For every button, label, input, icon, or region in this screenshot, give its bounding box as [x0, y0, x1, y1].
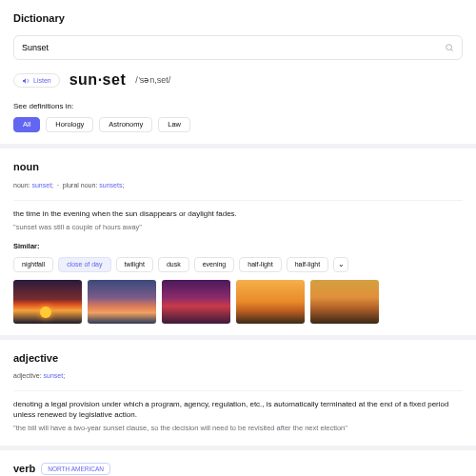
thumbnail[interactable] — [162, 280, 230, 324]
noun-forms: noun: sunset; · plural noun: sunsets; — [13, 181, 463, 190]
divider — [13, 390, 463, 391]
section-divider — [0, 446, 476, 450]
image-thumbnails — [13, 280, 463, 324]
listen-button[interactable]: Listen — [13, 73, 60, 89]
filter-chips: All Horology Astronomy Law — [13, 117, 463, 133]
synonym-chip[interactable]: close of day — [58, 257, 110, 272]
synonym-chip[interactable]: dusk — [158, 257, 189, 272]
chevron-down-icon: ⌄ — [338, 259, 345, 269]
similar-label: Similar: — [13, 242, 463, 252]
adjective-forms: adjective: sunset; — [13, 371, 463, 381]
pos-heading-adjective: adjective — [13, 351, 463, 366]
search-box[interactable] — [13, 35, 463, 60]
section-divider — [0, 335, 476, 340]
noun-example: "sunset was still a couple of hours away… — [13, 223, 463, 233]
thumbnail[interactable] — [310, 280, 379, 324]
thumbnail[interactable] — [236, 280, 305, 324]
filter-astronomy[interactable]: Astronomy — [99, 117, 152, 133]
filter-all[interactable]: All — [13, 117, 40, 133]
adjective-definition: denoting a legal provision under which a… — [13, 399, 463, 420]
search-input[interactable] — [22, 43, 454, 52]
filter-label: See definitions in: — [13, 101, 463, 111]
divider — [13, 200, 463, 201]
synonyms-row: nightfall close of day twilight dusk eve… — [13, 257, 463, 272]
more-synonyms-button[interactable]: ⌄ — [333, 257, 348, 272]
noun-definition: the time in the evening when the sun dis… — [13, 208, 463, 219]
svg-line-1 — [451, 50, 453, 51]
adjective-section: adjective adjective: sunset; denoting a … — [13, 351, 463, 434]
pronunciation: /ˈsən,set/ — [135, 74, 170, 87]
synonym-chip[interactable]: twilight — [116, 257, 153, 272]
page-title: Dictionary — [13, 11, 463, 26]
synonym-chip[interactable]: half-light — [287, 257, 328, 272]
thumbnail[interactable] — [13, 280, 82, 324]
synonym-chip[interactable]: nightfall — [13, 257, 53, 272]
filter-law[interactable]: Law — [158, 117, 190, 133]
volume-icon — [22, 77, 30, 85]
noun-section: noun noun: sunset; · plural noun: sunset… — [13, 160, 463, 323]
thumbnail[interactable] — [88, 280, 156, 324]
filter-horology[interactable]: Horology — [46, 117, 93, 133]
synonym-chip[interactable]: half-light — [239, 257, 281, 272]
headword: sun·set — [69, 69, 127, 90]
section-divider — [0, 144, 476, 149]
search-icon[interactable] — [445, 43, 454, 52]
pos-heading-verb: verb — [13, 462, 35, 476]
synonym-chip[interactable]: evening — [194, 257, 235, 272]
listen-label: Listen — [33, 76, 51, 86]
region-badge: NORTH AMERICAN — [41, 463, 110, 475]
pos-heading-noun: noun — [13, 160, 463, 174]
verb-section: verb NORTH AMERICAN verb: sunset; · 3rd … — [13, 462, 463, 476]
adjective-example: "the bill will have a two-year sunset cl… — [13, 424, 463, 434]
svg-point-0 — [446, 45, 452, 50]
